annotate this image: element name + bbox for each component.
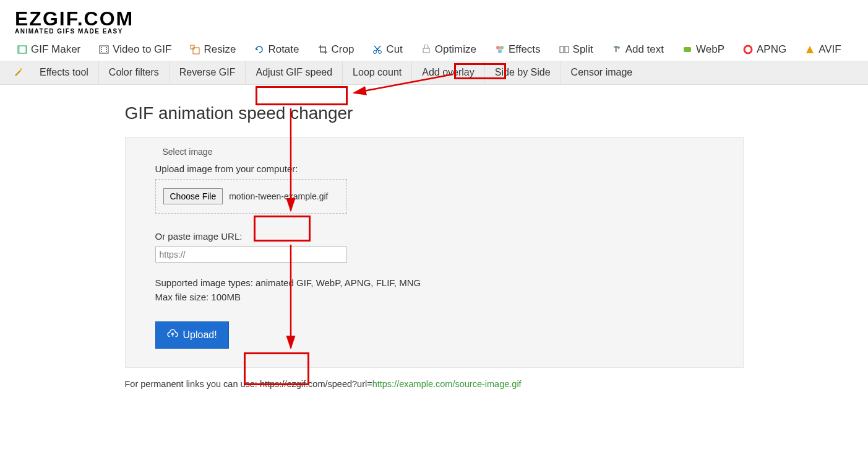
nav-video-to-gif[interactable]: Video to GIF [99,43,171,56]
main-container: GIF animation speed changer Select image… [119,103,750,401]
nav-add-text[interactable]: TAdd text [612,43,664,56]
svg-rect-19 [565,46,569,53]
video-icon [99,45,109,54]
nav-cut[interactable]: Cut [372,43,402,56]
text-icon: T [612,45,622,54]
svg-point-7 [106,47,107,48]
nav-resize[interactable]: Resize [190,43,236,56]
fieldset-legend: Select image [160,147,215,157]
webp-icon [682,45,692,54]
logo-subtitle: ANIMATED GIFS MADE EASY [15,28,853,35]
optimize-icon [421,45,431,54]
cut-icon [372,45,382,54]
nav-optimize[interactable]: Optimize [421,43,476,56]
effects-icon [495,45,505,54]
svg-point-16 [500,46,504,50]
rotate-icon [254,45,264,54]
nav-webp[interactable]: WebP [682,43,724,56]
svg-point-13 [379,51,382,54]
subnav-censor-image[interactable]: Censor image [561,61,643,84]
select-image-fieldset: Select image Upload image from your comp… [150,152,718,349]
nav-effects[interactable]: Effects [495,43,541,56]
sub-nav: Effects tool Color filters Reverse GIF A… [0,61,868,85]
svg-point-8 [106,49,107,50]
highlight-adjust-speed [256,86,348,105]
svg-rect-14 [423,48,429,53]
subnav-adjust-speed[interactable]: Adjust GIF speed [245,61,342,84]
resize-icon [190,45,200,54]
avif-icon [805,45,815,54]
page-root: EZGIF.COM ANIMATED GIFS MADE EASY GIF Ma… [0,0,868,401]
svg-point-22 [744,46,752,53]
svg-text:T: T [614,45,619,54]
nav-apng[interactable]: APNG [743,43,786,56]
svg-point-15 [496,46,500,50]
main-nav: GIF Maker Video to GIF Resize Rotate Cro… [0,38,868,61]
crop-icon [318,45,328,54]
supported-types: Supported image types: animated GIF, Web… [155,276,718,304]
svg-rect-21 [684,47,691,52]
logo-title[interactable]: EZGIF.COM [15,7,853,30]
wand-icon [7,61,30,84]
page-title: GIF animation speed changer [125,103,744,123]
upload-label: Upload image from your computer: [155,163,718,174]
nav-rotate[interactable]: Rotate [254,43,299,56]
split-icon [559,45,569,54]
upload-panel: Select image Upload image from your comp… [125,137,744,368]
nav-gif-maker[interactable]: GIF Maker [17,43,80,56]
svg-rect-10 [191,45,194,49]
subnav-effects-tool[interactable]: Effects tool [30,61,98,84]
subnav-reverse-gif[interactable]: Reverse GIF [169,61,246,84]
svg-point-9 [106,51,107,52]
svg-rect-1 [18,46,20,53]
apng-icon [743,45,753,54]
svg-point-4 [101,47,102,48]
svg-point-6 [101,51,102,52]
nav-split[interactable]: Split [559,43,593,56]
choose-file-button[interactable]: Choose File [163,188,223,204]
nav-crop[interactable]: Crop [318,43,355,56]
url-label: Or paste image URL: [155,231,718,242]
logo-block: EZGIF.COM ANIMATED GIFS MADE EASY [0,0,868,38]
film-icon [17,45,27,54]
svg-point-12 [374,51,377,54]
nav-avif[interactable]: AVIF [805,43,841,56]
file-dropzone[interactable]: Choose File motion-tween-example.gif [155,179,347,214]
selected-file-name: motion-tween-example.gif [229,191,328,201]
subnav-loop-count[interactable]: Loop count [342,61,411,84]
subnav-side-by-side[interactable]: Side by Side [484,61,561,84]
upload-button[interactable]: Upload! [155,321,229,349]
subnav-add-overlay[interactable]: Add overlay [411,61,484,84]
subnav-color-filters[interactable]: Color filters [98,61,169,84]
cloud-upload-icon [167,328,178,342]
example-url-link[interactable]: https://example.com/source-image.gif [372,379,522,389]
permanent-link-hint: For permanent links you can use: https:/… [125,379,744,401]
svg-rect-18 [560,46,564,53]
svg-point-5 [101,49,102,50]
url-input[interactable] [155,246,347,263]
svg-point-17 [498,50,502,53]
svg-rect-2 [25,46,27,53]
